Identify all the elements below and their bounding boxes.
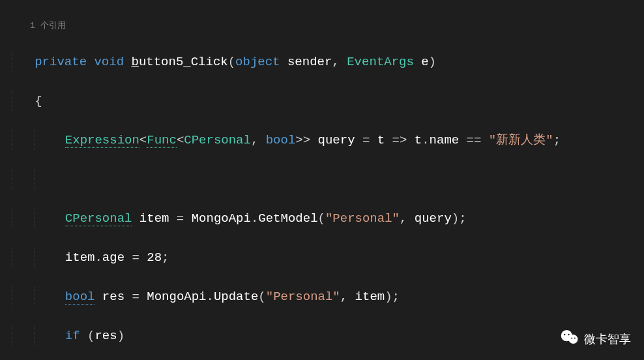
code-line[interactable]: if (res)	[12, 326, 644, 346]
svg-point-4	[571, 338, 572, 339]
wechat-icon	[561, 329, 579, 348]
string-literal: "Personal"	[325, 211, 400, 226]
string-literal: "新新人类"	[489, 133, 553, 147]
variable: query	[318, 133, 355, 147]
variable: item	[139, 211, 169, 226]
variable: t	[377, 133, 385, 147]
code-line[interactable]: {	[12, 91, 644, 111]
method-call: GetModel	[258, 211, 317, 226]
type: CPersonal	[184, 133, 251, 147]
svg-point-1	[564, 334, 565, 335]
keyword: void	[94, 55, 124, 69]
code-line[interactable]: private void button5_Click(object sender…	[12, 52, 644, 72]
type: Func	[147, 133, 177, 148]
type: Expression	[65, 133, 139, 148]
keyword: object	[235, 55, 280, 69]
code-line[interactable]: bool res = MongoApi.Update("Personal", i…	[12, 287, 644, 307]
type: MongoApi	[147, 290, 206, 304]
code-line[interactable]: CPersonal item = MongoApi.GetModel("Pers…	[12, 209, 644, 228]
code-line[interactable]	[12, 170, 644, 189]
type: MongoApi	[192, 211, 251, 226]
variable: query	[415, 211, 452, 226]
variable: item	[65, 250, 95, 265]
watermark-text: 微卡智享	[584, 331, 631, 347]
string-literal: "Personal"	[266, 290, 340, 304]
keyword: bool	[65, 290, 95, 305]
method-name: button5_Click	[131, 55, 227, 69]
variable: t	[415, 133, 422, 147]
property: age	[102, 250, 124, 265]
property: name	[430, 133, 460, 147]
method-call: Update	[214, 290, 258, 304]
keyword: bool	[266, 133, 296, 147]
parameter: sender	[287, 55, 332, 69]
code-line[interactable]: Expression<Func<CPersonal, bool>> query …	[12, 130, 644, 150]
code-line[interactable]: item.age = 28;	[12, 248, 644, 267]
variable: item	[355, 290, 385, 304]
variable: res	[102, 290, 124, 304]
variable: res	[95, 329, 117, 343]
number: 28	[147, 250, 162, 265]
type: CPersonal	[65, 211, 132, 226]
codelens-references[interactable]: 1 个引用	[12, 20, 644, 33]
code-editor[interactable]: 1 个引用 private void button5_Click(object …	[0, 0, 644, 360]
watermark: 微卡智享	[561, 329, 631, 348]
parameter: e	[421, 55, 428, 69]
keyword: private	[35, 55, 87, 69]
keyword: if	[65, 329, 80, 343]
svg-point-5	[574, 338, 576, 339]
svg-point-2	[568, 334, 569, 335]
svg-point-3	[568, 335, 578, 344]
type: EventArgs	[347, 55, 414, 69]
